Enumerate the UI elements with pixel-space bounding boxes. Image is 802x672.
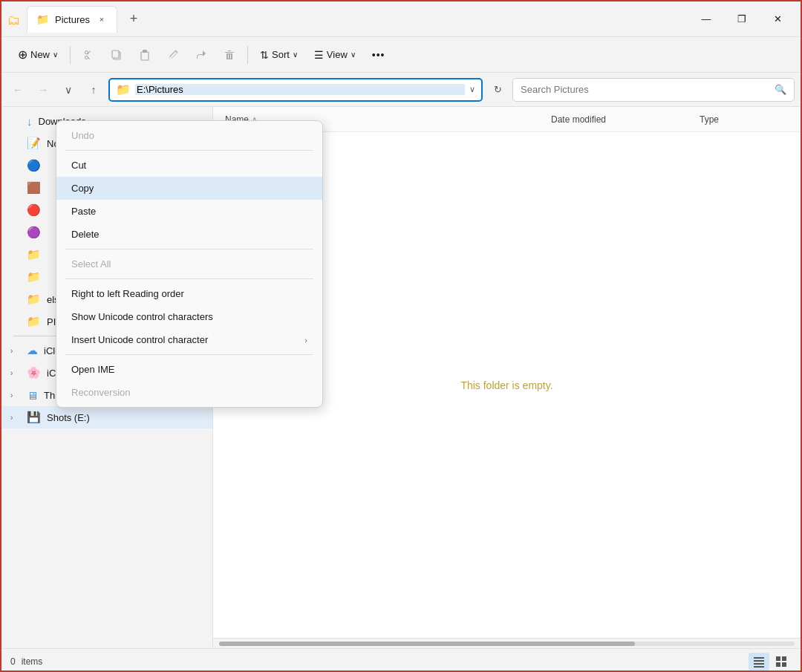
- horizontal-scrollbar[interactable]: [213, 638, 801, 648]
- new-button[interactable]: ⊕ New ∨: [10, 42, 65, 68]
- col-date-label: Date modified: [551, 114, 606, 125]
- address-folder-icon: 📁: [116, 82, 131, 97]
- sidebar-icon-icloud-photos: 🌸: [27, 366, 41, 379]
- new-label: New: [30, 49, 50, 60]
- context-menu-copy[interactable]: Copy: [56, 177, 322, 200]
- sidebar-icon-icloud-drive: ☁: [27, 344, 38, 357]
- sidebar-icon-shots-e: 💾: [27, 411, 41, 424]
- sidebar-icon-folder2: 📁: [27, 270, 41, 284]
- sidebar-icon-notepad: 📝: [27, 137, 41, 150]
- context-menu-select-all[interactable]: Select All: [56, 252, 322, 275]
- tab-label: Pictures: [55, 14, 90, 25]
- svg-rect-11: [782, 662, 786, 667]
- grid-view-icon: [775, 656, 787, 668]
- sidebar-chevron-icloud-drive: ›: [10, 347, 21, 355]
- context-menu-show-unicode[interactable]: Show Unicode control characters: [56, 305, 322, 328]
- view-icon: ☰: [314, 49, 324, 61]
- copy-button[interactable]: [103, 42, 130, 68]
- svg-rect-7: [754, 666, 764, 668]
- grid-view-button[interactable]: [771, 653, 792, 671]
- sidebar-icon-downloads: ↓: [27, 115, 33, 128]
- paste-icon: [139, 49, 151, 61]
- context-menu-cut[interactable]: Cut: [56, 154, 322, 177]
- col-type-header[interactable]: Type: [700, 114, 789, 125]
- svg-rect-1: [112, 50, 119, 58]
- context-menu-select-all-label: Select All: [71, 258, 111, 270]
- minimize-button[interactable]: —: [689, 7, 723, 31]
- search-wrap[interactable]: 🔍: [512, 78, 795, 102]
- context-menu-cut-label: Cut: [71, 160, 86, 171]
- context-menu-paste[interactable]: Paste: [56, 200, 322, 223]
- up-button[interactable]: ↑: [83, 79, 104, 100]
- context-menu-reconversion[interactable]: Reconversion: [56, 381, 322, 404]
- sidebar-icon-app1: 🔵: [27, 159, 41, 172]
- svg-rect-9: [782, 656, 786, 661]
- context-menu-delete-label: Delete: [71, 229, 100, 240]
- context-menu-undo-label: Undo: [71, 130, 94, 141]
- cut-button[interactable]: [75, 42, 102, 68]
- context-menu-insert-unicode-label: Insert Unicode control character: [71, 334, 208, 345]
- view-button[interactable]: ☰ View ∨: [307, 42, 363, 68]
- context-menu-open-ime[interactable]: Open IME: [56, 358, 322, 381]
- address-input[interactable]: [135, 84, 465, 95]
- sidebar-chevron-this-pc: ›: [10, 391, 21, 399]
- context-menu-separator-1: [65, 249, 313, 249]
- col-type-label: Type: [700, 114, 719, 125]
- address-dropdown-icon[interactable]: ∨: [469, 85, 475, 94]
- svg-rect-5: [754, 660, 764, 662]
- svg-rect-10: [776, 662, 780, 667]
- delete-button[interactable]: [216, 42, 243, 68]
- recent-locations-button[interactable]: ∨: [58, 79, 79, 100]
- context-menu-separator-0: [65, 150, 313, 151]
- sort-button[interactable]: ⇅ Sort ∨: [252, 42, 305, 68]
- rename-icon: [167, 49, 179, 61]
- new-dropdown-icon: ∨: [53, 50, 58, 59]
- cut-icon: [82, 49, 94, 61]
- sort-label: Sort: [272, 49, 290, 60]
- paste-button[interactable]: [131, 42, 158, 68]
- title-bar-left: 🗂 📁 Pictures × +: [7, 6, 689, 33]
- tab-close-button[interactable]: ×: [96, 13, 108, 25]
- view-dropdown-icon: ∨: [351, 50, 356, 59]
- refresh-button[interactable]: ↻: [487, 79, 508, 100]
- sidebar-icon-app2: 🟫: [27, 181, 41, 195]
- status-items-label: items: [22, 656, 43, 667]
- list-view-icon: [753, 656, 765, 668]
- context-menu-insert-unicode[interactable]: Insert Unicode control character ›: [56, 328, 322, 351]
- sort-dropdown-icon: ∨: [293, 50, 298, 59]
- context-menu-delete[interactable]: Delete: [56, 223, 322, 246]
- list-view-button[interactable]: [749, 653, 769, 671]
- context-menu-undo[interactable]: Undo: [56, 124, 322, 147]
- forward-button[interactable]: →: [33, 79, 53, 100]
- search-icon[interactable]: 🔍: [775, 84, 786, 95]
- close-button[interactable]: ✕: [760, 7, 795, 31]
- sidebar-icon-this-pc: 🖥: [27, 389, 38, 402]
- more-button[interactable]: •••: [365, 42, 393, 68]
- scrollbar-thumb: [219, 642, 635, 646]
- tab-pictures[interactable]: 📁 Pictures ×: [27, 6, 117, 33]
- search-input[interactable]: [521, 84, 770, 95]
- back-button[interactable]: ←: [7, 79, 28, 100]
- new-tab-button[interactable]: +: [123, 9, 144, 30]
- address-input-wrap[interactable]: 📁 ∨: [108, 78, 483, 102]
- share-icon: [195, 49, 207, 61]
- sidebar-icon-els: 📁: [27, 293, 41, 306]
- svg-rect-2: [141, 52, 149, 60]
- share-button[interactable]: [188, 42, 215, 68]
- col-date-header[interactable]: Date modified: [551, 114, 700, 125]
- copy-icon: [111, 49, 123, 61]
- sidebar-chevron-icloud-photos: ›: [10, 369, 21, 377]
- context-menu-rtl[interactable]: Right to left Reading order: [56, 282, 322, 305]
- status-count: 0: [10, 656, 16, 667]
- context-menu-rtl-label: Right to left Reading order: [71, 288, 184, 299]
- more-icon: •••: [372, 49, 385, 61]
- title-bar: 🗂 📁 Pictures × + — ❐ ✕: [1, 1, 801, 37]
- rename-button[interactable]: [160, 42, 186, 68]
- toolbar-separator-2: [247, 46, 248, 64]
- status-bar: 0 items: [1, 648, 801, 672]
- sidebar-item-shots-e[interactable]: › 💾 Shots (E:): [1, 406, 212, 428]
- maximize-button[interactable]: ❐: [725, 7, 759, 31]
- view-label: View: [327, 49, 348, 60]
- svg-rect-6: [754, 663, 764, 665]
- tab-folder-icon: 📁: [36, 13, 49, 25]
